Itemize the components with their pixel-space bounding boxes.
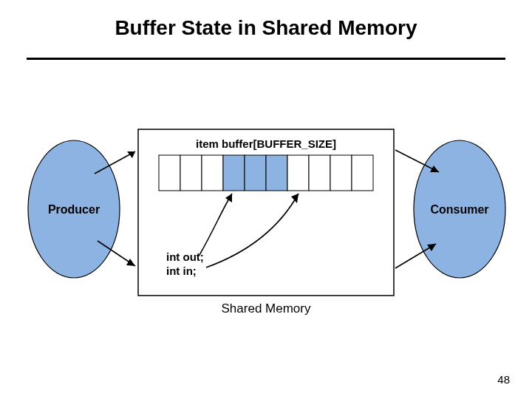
buffer-cell [159, 155, 180, 191]
buffer-cell [180, 155, 202, 191]
buffer-cell [266, 155, 287, 191]
buffer-declaration: item buffer[BUFFER_SIZE] [196, 137, 336, 150]
buffer-cell [223, 155, 245, 191]
svg-marker-3 [126, 259, 135, 266]
buffer-cell [330, 155, 352, 191]
buffer-array [159, 155, 373, 191]
buffer-cell [245, 155, 266, 191]
consumer-label: Consumer [430, 203, 488, 216]
diagram-canvas: Producer Consumer item buffer[BUFFER_SIZ… [0, 0, 532, 399]
var-in-label: int in; [166, 265, 197, 277]
buffer-cell [352, 155, 373, 191]
producer-label: Producer [48, 203, 100, 216]
var-out-label: int out; [166, 250, 204, 263]
shared-memory-label: Shared Memory [0, 301, 532, 316]
page-number: 48 [497, 373, 510, 386]
buffer-cell [287, 155, 309, 191]
buffer-cell [309, 155, 330, 191]
buffer-cell [202, 155, 223, 191]
